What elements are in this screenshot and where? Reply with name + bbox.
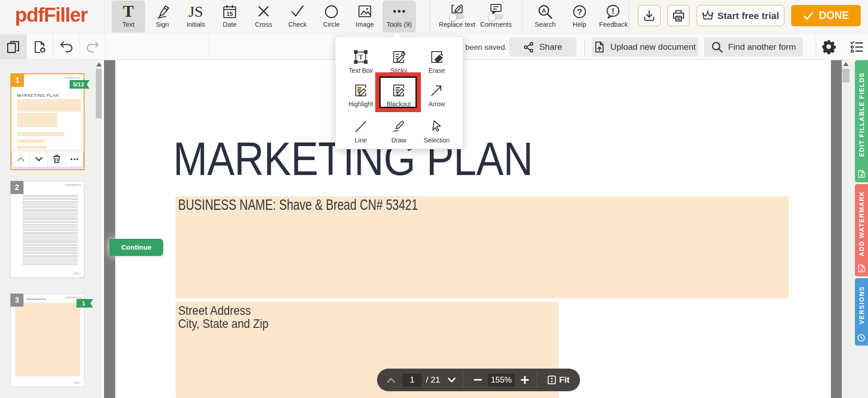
svg-text:T: T — [123, 5, 134, 19]
svg-text:T: T — [359, 54, 363, 61]
svg-text:15: 15 — [226, 10, 233, 17]
svg-text:!: ! — [612, 6, 614, 16]
svg-text:B: B — [860, 174, 863, 177]
svg-text:A: A — [542, 7, 546, 14]
svg-text:A: A — [860, 268, 863, 271]
svg-text:JS: JS — [189, 5, 203, 20]
svg-text:?: ? — [577, 7, 582, 17]
